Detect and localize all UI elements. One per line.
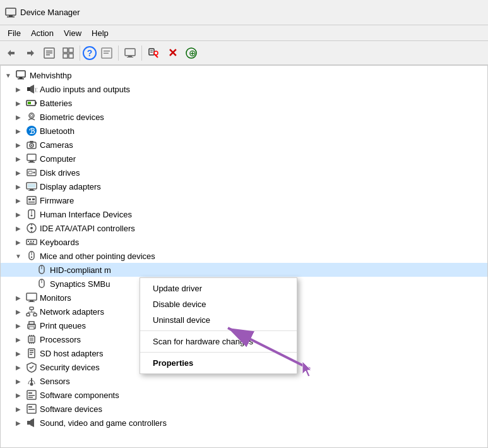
toolbar-monitor[interactable] xyxy=(121,44,139,62)
toolbar-grid[interactable] xyxy=(59,44,77,62)
tree-item-firmware[interactable]: ▶ Firmware xyxy=(1,193,487,207)
toolbar-add[interactable]: ⊕ xyxy=(182,44,200,62)
toolbar-back[interactable] xyxy=(3,44,20,62)
expand-biometric[interactable]: ▶ xyxy=(13,112,23,122)
svg-point-41 xyxy=(31,145,32,146)
expand-firmware[interactable]: ▶ xyxy=(13,195,23,205)
context-menu-disable-device[interactable]: Disable device xyxy=(140,296,297,312)
svg-point-36 xyxy=(30,114,33,117)
expand-bluetooth[interactable]: ▶ xyxy=(13,126,23,136)
tree-item-disk[interactable]: ▶ Disk drives xyxy=(1,166,487,179)
svg-rect-17 xyxy=(128,56,132,57)
expand-software-comp[interactable]: ▶ xyxy=(13,390,23,400)
toolbar-scan[interactable] xyxy=(145,44,162,62)
tree-view[interactable]: ▼ Mehvishthp ▶ )) Audio inputs and ou xyxy=(1,66,487,447)
svg-point-101 xyxy=(30,383,33,386)
tree-item-audio[interactable]: ▶ )) Audio inputs and outputs xyxy=(1,82,487,96)
label-sdhost: SD host adapters xyxy=(40,349,103,358)
tree-item-computer[interactable]: ▶ Computer xyxy=(1,152,487,166)
expand-processors[interactable]: ▶ xyxy=(13,334,23,344)
expand-mice[interactable]: ▼ xyxy=(13,251,23,261)
svg-rect-2 xyxy=(7,16,15,18)
svg-rect-29 xyxy=(27,87,30,91)
svg-rect-52 xyxy=(28,184,35,188)
expand-software-dev[interactable]: ▶ xyxy=(13,404,23,414)
menu-view[interactable]: View xyxy=(59,27,86,39)
icon-bluetooth: ℬ xyxy=(26,125,37,136)
tree-item-mice[interactable]: ▼ Mice and other pointing devices xyxy=(1,249,487,263)
tree-item-biometric[interactable]: ▶ Biometric devices xyxy=(1,110,487,124)
svg-text:ℬ: ℬ xyxy=(29,127,35,136)
tree-item-ide[interactable]: ▶ IDE ATA/ATAPI controllers xyxy=(1,221,487,235)
label-ide: IDE ATA/ATAPI controllers xyxy=(40,224,135,233)
label-disk: Disk drives xyxy=(40,168,80,178)
tree-item-display[interactable]: ▶ Display adapters xyxy=(1,179,487,193)
context-menu-scan-hardware[interactable]: Scan for hardware changes xyxy=(140,334,297,349)
context-menu-uninstall-device[interactable]: Uninstall device xyxy=(140,312,297,328)
svg-rect-99 xyxy=(30,352,33,353)
svg-rect-79 xyxy=(30,307,33,310)
expand-cameras[interactable]: ▶ xyxy=(13,140,23,150)
svg-rect-88 xyxy=(29,327,34,329)
tree-item-software-comp[interactable]: ▶ Software components xyxy=(1,388,487,402)
toolbar-remove[interactable]: ✕ xyxy=(164,44,181,62)
tree-item-bluetooth[interactable]: ▶ ℬ Bluetooth xyxy=(1,124,487,138)
tree-item-sensors[interactable]: ▶ Sensors xyxy=(1,374,487,388)
expand-keyboards[interactable]: ▶ xyxy=(13,237,23,247)
menu-help[interactable]: Help xyxy=(86,27,114,39)
tree-item-hid[interactable]: ▶ Human Interface Devices xyxy=(1,207,487,221)
expand-hid-compliant xyxy=(23,265,33,275)
tree-item-root[interactable]: ▼ Mehvishthp xyxy=(1,68,487,82)
toolbar-sep1 xyxy=(80,45,80,61)
expand-audio[interactable]: ▶ xyxy=(13,84,23,94)
toolbar-sep2 xyxy=(118,45,119,61)
label-root: Mehvishthp xyxy=(30,71,71,80)
label-cameras: Cameras xyxy=(40,140,73,150)
svg-rect-56 xyxy=(28,202,35,203)
menu-file[interactable]: File xyxy=(3,27,26,39)
expand-computer[interactable]: ▶ xyxy=(13,154,23,164)
expand-ide[interactable]: ▶ xyxy=(13,223,23,233)
expand-monitors[interactable]: ▶ xyxy=(13,293,23,303)
expand-root[interactable]: ▼ xyxy=(3,70,13,80)
expand-sensors[interactable]: ▶ xyxy=(13,376,23,386)
svg-point-71 xyxy=(31,257,32,258)
svg-marker-111 xyxy=(30,418,34,427)
tree-item-keyboards[interactable]: ▶ Keyboards xyxy=(1,235,487,249)
toolbar-props2[interactable] xyxy=(98,44,116,62)
expand-hid[interactable]: ▶ xyxy=(13,209,23,219)
context-menu-update-driver[interactable]: Update driver xyxy=(140,281,297,296)
expand-display[interactable]: ▶ xyxy=(13,181,23,191)
expand-disk[interactable]: ▶ xyxy=(13,167,23,178)
expand-sound[interactable]: ▶ xyxy=(13,418,23,428)
grid-icon xyxy=(62,47,74,59)
expand-network[interactable]: ▶ xyxy=(13,306,23,317)
expand-print[interactable]: ▶ xyxy=(13,320,23,330)
svg-rect-26 xyxy=(16,71,25,77)
tree-item-software-dev[interactable]: ▶ Software devices xyxy=(1,402,487,416)
tree-item-sound[interactable]: ▶ Sound, video and game controllers xyxy=(1,416,487,430)
menu-bar: File Action View Help xyxy=(0,25,488,41)
icon-software-dev xyxy=(26,403,37,415)
icon-hid xyxy=(26,209,37,220)
svg-rect-12 xyxy=(69,54,73,58)
expand-batteries[interactable]: ▶ xyxy=(13,98,23,108)
app-icon xyxy=(5,7,16,18)
context-menu-properties[interactable]: Properties xyxy=(140,355,297,371)
svg-rect-77 xyxy=(30,300,33,301)
tree-item-hid-compliant[interactable]: HID-compliant m xyxy=(1,263,487,277)
icon-root xyxy=(16,70,27,81)
toolbar-help[interactable]: ? xyxy=(83,46,97,60)
tree-item-batteries[interactable]: ▶ Batteries xyxy=(1,96,487,110)
toolbar-properties[interactable] xyxy=(40,44,58,62)
props2-icon xyxy=(100,47,113,59)
svg-rect-50 xyxy=(30,189,33,190)
svg-rect-90 xyxy=(30,337,33,341)
toolbar-forward[interactable] xyxy=(21,44,39,62)
tree-item-cameras[interactable]: ▶ Cameras xyxy=(1,138,487,152)
expand-security[interactable]: ▶ xyxy=(13,362,23,372)
menu-action[interactable]: Action xyxy=(26,27,59,39)
svg-rect-109 xyxy=(28,409,35,410)
icon-computer xyxy=(26,153,37,164)
expand-sdhost[interactable]: ▶ xyxy=(13,348,23,358)
